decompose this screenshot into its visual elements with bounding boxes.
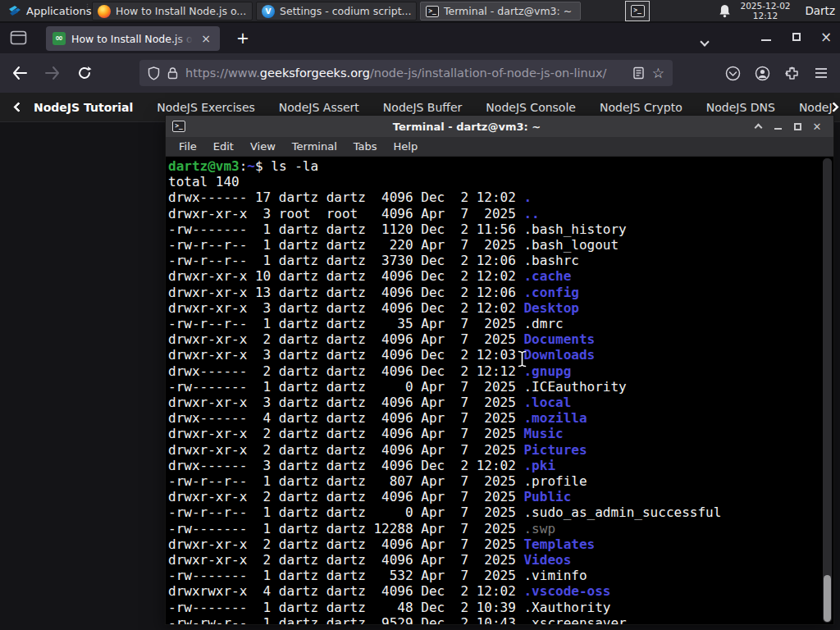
terminal-maximize-button[interactable] [788,121,807,133]
list-all-tabs-icon[interactable] [701,33,708,48]
terminal-menu-terminal[interactable]: Terminal [284,140,345,153]
back-button[interactable] [11,66,28,80]
gfg-nav-link[interactable]: NodeJS Buffer [383,101,463,114]
terminal-line: drwxr-xr-x 2 dartz dartz 4096 Apr 7 2025… [168,489,833,504]
forward-button[interactable] [44,66,61,80]
tab-title: How to Install Node.js on [71,33,193,45]
terminal-menubar: FileEditViewTerminalTabsHelp [166,137,833,157]
taskbar-button-firefox[interactable]: How to Install Node.js o... [92,2,253,21]
firefox-icon [98,5,111,18]
taskbar-button-vscodium[interactable]: V Settings - codium script... [256,2,417,21]
terminal-line: -rw-r--r-- 1 dartz dartz 220 Apr 7 2025 … [168,237,833,253]
tracking-shield-icon[interactable] [148,66,160,80]
terminal-titlebar[interactable]: >_ Terminal - dartz@vm3: ~ ✕ [166,116,833,137]
gfg-nav-link[interactable]: NodeJS Tutorial [34,101,133,114]
terminal-line: drwxr-xr-x 3 root root 4096 Apr 7 2025 .… [168,206,833,221]
user-menu[interactable]: Dartz [805,4,835,17]
terminal-menu-tabs[interactable]: Tabs [345,140,386,153]
reload-button[interactable] [77,66,92,80]
terminal-line: drwxr-xr-x 2 dartz dartz 4096 Apr 7 2025… [168,536,833,552]
terminal-line: -rw------- 1 dartz dartz 532 Apr 7 2025 … [168,568,833,583]
terminal-menu-help[interactable]: Help [386,140,427,153]
clock[interactable]: 2025-12-02 12:12 [738,2,792,21]
gfg-nav-link[interactable]: NodeJS DNS [706,101,775,114]
terminal-line: drwxr-xr-x 3 dartz dartz 4096 Dec 2 12:0… [168,300,833,316]
bookmark-star-icon[interactable]: ☆ [652,65,664,81]
terminal-output[interactable]: dartz@vm3:~$ ls -latotal 140drwx------ 1… [166,157,833,624]
taskbar-label: Settings - codium script... [280,5,411,17]
taskbar-label: Terminal - dartz@vm3: ~ [444,5,572,17]
terminal-window: >_ Terminal - dartz@vm3: ~ ✕ FileEditVie… [165,115,834,625]
browser-tab-bar: ∞ How to Install Node.js on × + × [0,23,840,53]
account-icon[interactable] [755,66,770,81]
gfg-nav-link[interactable]: NodeJS Exercises [157,101,255,114]
applications-label: Applications [26,5,91,17]
terminal-line: -rw-rw-r-- 1 dartz dartz 9529 Dec 2 10:4… [168,615,833,624]
gfg-nav-link[interactable]: NodeJS Crypto [600,101,682,114]
menu-hamburger-icon[interactable] [814,66,829,80]
terminal-line: dartz@vm3:~$ ls -la [168,158,833,174]
gfg-nav-link[interactable]: NodeJS Assert [279,101,359,114]
terminal-menu-file[interactable]: File [171,140,205,153]
scroll-left-icon[interactable] [13,102,24,112]
window-close-button[interactable]: × [820,29,832,45]
terminal-scrollbar[interactable] [823,158,832,623]
terminal-line: drwxr-xr-x 3 dartz dartz 4096 Dec 2 12:0… [168,347,833,363]
terminal-line: drwxr-xr-x 2 dartz dartz 4096 Apr 7 2025… [168,552,833,568]
terminal-shade-button[interactable] [748,121,768,133]
terminal-line: -rw-r--r-- 1 dartz dartz 35 Apr 7 2025 .… [168,316,833,331]
mouse-cursor-ibeam [517,350,527,368]
terminal-line: total 140 [168,174,833,189]
firefox-view-icon[interactable] [10,30,27,46]
taskbar-label: How to Install Node.js o... [116,5,246,17]
url-bar[interactable]: https://www.geeksforgeeks.org/node-js/in… [139,60,673,86]
terminal-line: -rw------- 1 dartz dartz 0 Apr 7 2025 .I… [168,379,833,395]
panel-separator: ⋮⋮ [84,5,88,17]
terminal-line: drwxr-xr-x 2 dartz dartz 4096 Apr 7 2025… [168,331,833,347]
gfg-nav-link[interactable]: NodeJS Console [486,101,576,114]
terminal-line: -rw-r--r-- 1 dartz dartz 807 Apr 7 2025 … [168,473,833,489]
terminal-line: -rw------- 1 dartz dartz 12288 Apr 7 202… [168,521,833,536]
terminal-icon: >_ [426,6,439,17]
clock-date: 2025-12-02 [738,2,792,11]
terminal-menu-view[interactable]: View [242,140,284,153]
browser-tab[interactable]: ∞ How to Install Node.js on × [46,26,220,51]
top-panel: Applications ⋮⋮ How to Install Node.js o… [0,0,840,22]
window-minimize-button[interactable] [761,31,771,41]
vscodium-icon: V [262,5,275,18]
terminal-line: -rw------- 1 dartz dartz 48 Dec 2 10:39 … [168,600,833,615]
terminal-line: drwxr-xr-x 3 dartz dartz 4096 Apr 7 2025… [168,395,833,410]
terminal-line: drwxr-xr-x 2 dartz dartz 4096 Apr 7 2025… [168,426,833,441]
terminal-line: drwxrwxr-x 4 dartz dartz 4096 Dec 2 12:0… [168,583,833,599]
window-maximize-button[interactable] [792,33,801,41]
notification-bell-icon[interactable] [719,4,731,18]
applications-menu[interactable]: Applications [3,2,96,21]
new-tab-button[interactable]: + [231,29,254,47]
terminal-line: -rw-r--r-- 1 dartz dartz 3730 Dec 2 12:0… [168,253,833,268]
terminal-line: drwx------ 2 dartz dartz 4096 Dec 2 12:1… [168,363,833,379]
extensions-puzzle-icon[interactable] [784,66,800,81]
terminal-minimize-button[interactable] [768,121,788,133]
tray-terminal-icon[interactable]: >_ [625,1,650,21]
taskbar-button-terminal[interactable]: >_ Terminal - dartz@vm3: ~ [420,2,581,21]
terminal-icon: >_ [172,121,185,132]
terminal-line: drwxr-xr-x 2 dartz dartz 4096 Apr 7 2025… [168,442,833,458]
lock-icon[interactable] [167,66,178,80]
terminal-line: drwx------ 17 dartz dartz 4096 Dec 2 12:… [168,189,833,205]
geeksforgeeks-favicon: ∞ [52,32,66,45]
applications-icon [8,5,21,18]
browser-toolbar: https://www.geeksforgeeks.org/node-js/in… [0,53,840,93]
terminal-menu-edit[interactable]: Edit [205,140,242,153]
tab-close-icon[interactable]: × [199,32,213,45]
terminal-close-button[interactable]: ✕ [807,121,827,133]
terminal-icon: >_ [631,5,645,17]
terminal-scrollbar-thumb[interactable] [824,575,831,622]
terminal-line: drwx------ 3 dartz dartz 4096 Dec 2 12:0… [168,458,833,473]
url-host: geeksforgeeks.org [260,66,370,80]
gfg-nav-link[interactable]: NodeJS [799,101,832,114]
terminal-line: drwx------ 4 dartz dartz 4096 Apr 7 2025… [168,410,833,426]
desktop: Applications ⋮⋮ How to Install Node.js o… [0,0,840,630]
pocket-icon[interactable] [725,66,741,81]
url-path: /node-js/installation-of-node-js-on-linu… [370,66,606,80]
reader-view-icon[interactable] [632,66,645,80]
